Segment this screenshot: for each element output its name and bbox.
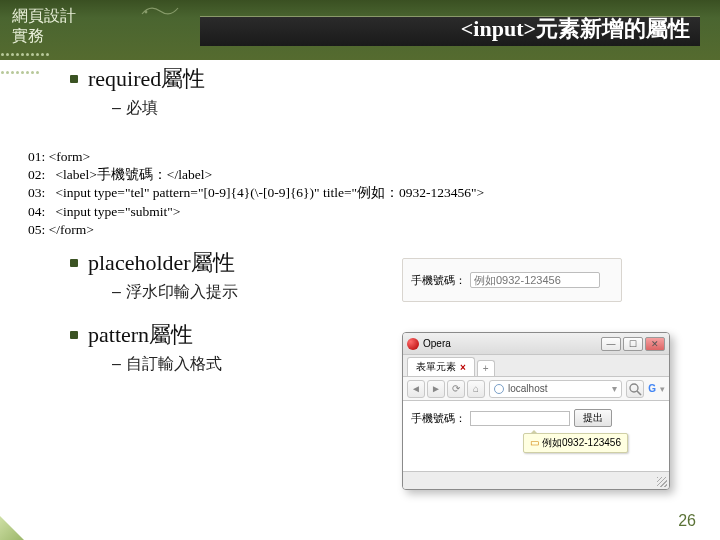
logo-line1: 網頁設計 bbox=[12, 6, 76, 26]
code-line-1: 01: <form> bbox=[28, 148, 692, 166]
url-text: localhost bbox=[508, 383, 547, 394]
slide-title: <input>元素新增的屬性 bbox=[461, 14, 690, 44]
placeholder-demo-box: 手機號碼： bbox=[402, 258, 622, 302]
site-logo: 網頁設計 實務 bbox=[12, 6, 76, 46]
new-tab-button[interactable]: + bbox=[477, 360, 495, 376]
resize-handle-icon[interactable] bbox=[657, 477, 667, 487]
opera-icon bbox=[407, 338, 419, 350]
window-maximize-button[interactable]: ☐ bbox=[623, 337, 643, 351]
search-button[interactable] bbox=[626, 380, 644, 398]
svg-point-1 bbox=[630, 384, 638, 392]
google-icon[interactable]: G bbox=[648, 383, 656, 394]
logo-line2: 實務 bbox=[12, 26, 76, 46]
submit-button[interactable]: 提出 bbox=[574, 409, 612, 427]
corner-decoration bbox=[0, 516, 24, 540]
form-label: 手機號碼： bbox=[411, 411, 466, 426]
status-bar bbox=[403, 471, 669, 489]
tab-label: 表單元素 bbox=[416, 360, 456, 374]
code-line-2: 02: <label>手機號碼：</label> bbox=[28, 166, 692, 184]
nav-forward-button[interactable]: ► bbox=[427, 380, 445, 398]
search-dropdown-icon[interactable]: ▾ bbox=[660, 384, 665, 394]
code-line-3: 03: <input type="tel" pattern="[0-9]{4}(… bbox=[28, 184, 692, 202]
page-number: 26 bbox=[678, 512, 696, 530]
bullet-icon bbox=[70, 331, 78, 339]
code-line-4: 04: <input type="submit"> bbox=[28, 203, 692, 221]
tel-input[interactable] bbox=[470, 411, 570, 426]
tab-close-icon[interactable]: × bbox=[460, 362, 466, 373]
nav-back-button[interactable]: ◄ bbox=[407, 380, 425, 398]
heading-pattern: pattern屬性 bbox=[88, 320, 193, 350]
sub-required: 必填 bbox=[126, 99, 158, 116]
heading-required: required屬性 bbox=[88, 64, 205, 94]
window-close-button[interactable]: ✕ bbox=[645, 337, 665, 351]
browser-tab[interactable]: 表單元素 × bbox=[407, 357, 475, 376]
sub-placeholder: 浮水印輸入提示 bbox=[126, 283, 238, 300]
code-line-5: 05: </form> bbox=[28, 221, 692, 239]
warning-icon: ▭ bbox=[530, 437, 539, 448]
nav-home-button[interactable]: ⌂ bbox=[467, 380, 485, 398]
bullet-icon bbox=[70, 75, 78, 83]
flourish-icon bbox=[140, 4, 180, 18]
svg-line-2 bbox=[637, 391, 641, 395]
demo-input[interactable] bbox=[470, 272, 600, 288]
window-app-name: Opera bbox=[423, 338, 451, 349]
validation-tooltip: ▭例如0932-123456 bbox=[523, 433, 628, 453]
demo-label: 手機號碼： bbox=[411, 273, 466, 288]
opera-browser-window: Opera — ☐ ✕ 表單元素 × + ◄ ► ⟳ ⌂ localhost ▾… bbox=[402, 332, 670, 490]
window-minimize-button[interactable]: — bbox=[601, 337, 621, 351]
bullet-icon bbox=[70, 259, 78, 267]
code-snippet: 01: <form> 02: <label>手機號碼：</label> 03: … bbox=[22, 146, 698, 241]
svg-point-0 bbox=[145, 11, 148, 14]
address-bar[interactable]: localhost ▾ bbox=[489, 380, 622, 398]
tooltip-text: 例如0932-123456 bbox=[542, 437, 621, 448]
sub-pattern: 自訂輸入格式 bbox=[126, 355, 222, 372]
globe-icon bbox=[494, 384, 504, 394]
nav-reload-button[interactable]: ⟳ bbox=[447, 380, 465, 398]
heading-placeholder: placeholder屬性 bbox=[88, 248, 235, 278]
